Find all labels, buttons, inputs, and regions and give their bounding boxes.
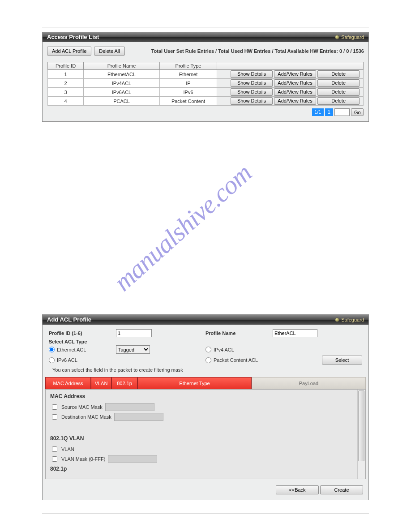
pager: 1/1 1 Go — [43, 106, 368, 116]
destination-mac-mask-input — [114, 413, 163, 421]
access-profile-list-panel: Access Profile List Safeguard Add ACL Pr… — [42, 32, 369, 122]
source-mac-mask-input — [105, 403, 154, 411]
cell-profile-type: IP — [160, 79, 217, 88]
vlan-mask-input — [108, 455, 157, 463]
profile-table: Profile ID Profile Name Profile Type 1Et… — [47, 62, 364, 106]
bottom-rule — [42, 514, 369, 514]
col-profile-name: Profile Name — [84, 62, 160, 70]
ipv4-acl-label: IPv4 ACL — [214, 347, 234, 352]
destination-mac-mask-checkbox[interactable] — [52, 414, 57, 420]
delete-button[interactable]: Delete — [317, 70, 360, 78]
section-8021q-vlan: 802.1Q VLAN — [50, 434, 361, 444]
cell-profile-type: Ethernet — [160, 70, 217, 79]
cell-profile-id: 1 — [48, 70, 84, 79]
delete-button[interactable]: Delete — [317, 88, 360, 96]
cell-profile-id: 4 — [48, 97, 84, 106]
tab-8021p[interactable]: 802.1p — [111, 377, 137, 389]
col-profile-id: Profile ID — [48, 62, 84, 70]
profile-id-input[interactable] — [116, 329, 152, 337]
col-actions — [217, 62, 364, 70]
add-view-rules-button[interactable]: Add/View Rules — [274, 79, 316, 87]
cell-profile-name: EthernetACL — [84, 70, 160, 79]
pager-pages[interactable]: 1/1 — [312, 108, 324, 116]
delete-button[interactable]: Delete — [317, 79, 360, 87]
profile-name-input[interactable] — [273, 329, 317, 337]
table-row: 4PCACLPacket ContentShow Details Add/Vie… — [48, 97, 364, 106]
safeguard-badge: Safeguard — [335, 315, 364, 325]
panel1-toolbar: Add ACL Profile Delete All Total User Se… — [43, 42, 368, 58]
destination-mac-mask-label: Destination MAC Mask — [61, 414, 111, 420]
delete-all-button[interactable]: Delete All — [94, 47, 124, 56]
back-button[interactable]: <<Back — [276, 485, 319, 494]
table-row: 2IPv4ACLIPShow Details Add/View Rules De… — [48, 79, 364, 88]
ipv6-acl-radio[interactable] — [49, 357, 55, 363]
table-row: 3IPv6ACLIPv6Show Details Add/View Rules … — [48, 88, 364, 97]
pager-go-button[interactable]: Go — [351, 108, 364, 116]
vlan-mask-label: VLAN Mask (0-FFF) — [61, 456, 105, 462]
vlan-mask-checkbox[interactable] — [52, 456, 57, 462]
safeguard-badge: Safeguard — [335, 32, 364, 42]
cell-actions: Show Details Add/View Rules Delete — [217, 97, 364, 106]
vlan-checkbox[interactable] — [52, 446, 57, 452]
safeguard-icon — [335, 35, 339, 39]
cell-profile-name: IPv6ACL — [84, 88, 160, 97]
add-view-rules-button[interactable]: Add/View Rules — [274, 70, 316, 78]
cell-profile-type: IPv6 — [160, 88, 217, 97]
table-row: 1EthernetACLEthernetShow Details Add/Vie… — [48, 70, 364, 79]
cell-actions: Show Details Add/View Rules Delete — [217, 70, 364, 79]
cell-profile-name: PCACL — [84, 97, 160, 106]
section-mac-address: MAC Address — [50, 392, 361, 402]
cell-profile-name: IPv4ACL — [84, 79, 160, 88]
packet-content-acl-label: Packet Content ACL — [214, 357, 258, 363]
ipv6-acl-label: IPv6 ACL — [57, 357, 77, 363]
tab-bar: MAC Address VLAN 802.1p Ethernet Type Pa… — [45, 377, 366, 390]
show-details-button[interactable]: Show Details — [231, 70, 273, 78]
panel2-titlebar: Add ACL Profile Safeguard — [43, 315, 368, 325]
scrollbar[interactable] — [357, 390, 365, 479]
safeguard-icon — [335, 317, 339, 322]
packet-content-acl-radio[interactable] — [206, 357, 211, 363]
ipv4-acl-radio[interactable] — [206, 347, 211, 352]
col-profile-type: Profile Type — [160, 62, 217, 70]
filter-hint: You can select the field in the packet t… — [43, 365, 368, 375]
tab-vlan[interactable]: VLAN — [91, 377, 111, 389]
tagged-select[interactable]: Tagged — [116, 345, 150, 354]
cell-actions: Show Details Add/View Rules Delete — [217, 88, 364, 97]
source-mac-mask-label: Source MAC Mask — [61, 404, 103, 410]
vlan-label: VLAN — [61, 446, 74, 452]
entries-summary: Total User Set Rule Entries / Total Used… — [151, 48, 364, 54]
scrollbar-thumb[interactable] — [358, 390, 364, 461]
add-acl-profile-panel: Add ACL Profile Safeguard Profile ID (1-… — [42, 314, 369, 500]
section-8021p: 802.1p — [50, 464, 361, 475]
show-details-button[interactable]: Show Details — [231, 79, 273, 87]
show-details-button[interactable]: Show Details — [231, 97, 273, 105]
add-view-rules-button[interactable]: Add/View Rules — [274, 88, 316, 96]
source-mac-mask-checkbox[interactable] — [52, 404, 57, 410]
panel2-footer: <<Back Create — [43, 482, 368, 497]
tab-ethernet-type[interactable]: Ethernet Type — [137, 377, 252, 389]
pager-input[interactable] — [334, 108, 350, 116]
panel2-title: Add ACL Profile — [47, 315, 91, 325]
tab-payload[interactable]: PayLoad — [252, 377, 366, 389]
cell-actions: Show Details Add/View Rules Delete — [217, 79, 364, 88]
cell-profile-type: Packet Content — [160, 97, 217, 106]
select-button[interactable]: Select — [322, 356, 362, 365]
add-view-rules-button[interactable]: Add/View Rules — [274, 97, 316, 105]
select-acl-type-label: Select ACL Type — [49, 339, 116, 344]
create-button[interactable]: Create — [320, 485, 363, 494]
profile-id-label: Profile ID (1-6) — [49, 330, 116, 336]
tab-mac-address[interactable]: MAC Address — [45, 377, 91, 389]
profile-name-label: Profile Name — [206, 330, 273, 336]
ethernet-acl-radio[interactable] — [49, 347, 55, 352]
delete-button[interactable]: Delete — [317, 97, 360, 105]
show-details-button[interactable]: Show Details — [231, 88, 273, 96]
pager-current[interactable]: 1 — [325, 108, 333, 116]
add-acl-profile-button[interactable]: Add ACL Profile — [47, 47, 91, 56]
panel1-titlebar: Access Profile List Safeguard — [43, 32, 368, 42]
cell-profile-id: 3 — [48, 88, 84, 97]
ethernet-acl-label: Ethernet ACL — [57, 347, 86, 352]
top-rule — [42, 27, 369, 27]
panel1-title: Access Profile List — [47, 32, 99, 42]
filter-scroll-area: MAC Address Source MAC Mask Destination … — [45, 390, 366, 479]
cell-profile-id: 2 — [48, 79, 84, 88]
